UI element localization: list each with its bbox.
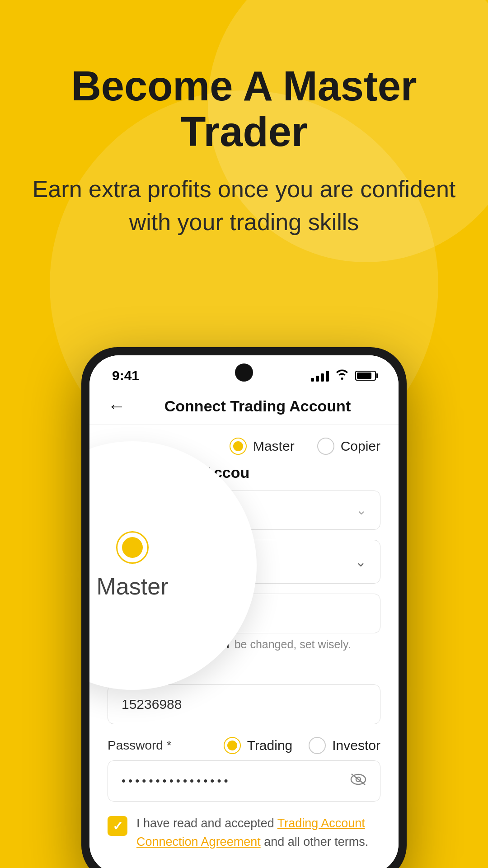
password-type-radio-group: Trading Investor xyxy=(224,737,380,754)
signal-bar-2 xyxy=(316,376,319,382)
status-icons xyxy=(311,368,376,383)
terms-link[interactable]: Trading Account Connection Agreement xyxy=(136,816,365,849)
wifi-icon xyxy=(335,368,349,383)
copier-radio-circle[interactable] xyxy=(317,438,334,455)
investor-password-radio[interactable]: Investor xyxy=(309,737,380,754)
master-radio-option[interactable]: Master xyxy=(230,438,295,455)
broker-dropdown-chevron: ⌄ xyxy=(356,503,366,518)
id-value: 15236988 xyxy=(122,697,182,712)
trading-password-radio[interactable]: Trading xyxy=(224,737,293,754)
zoom-label: Master xyxy=(97,573,169,600)
server-dropdown-chevron: ⌄ xyxy=(355,554,366,570)
checkmark-icon: ✓ xyxy=(113,819,123,834)
zoom-radio-circle xyxy=(116,531,149,564)
investor-radio-circle[interactable] xyxy=(309,737,326,754)
password-label: Password * xyxy=(108,738,172,753)
signal-bar-4 xyxy=(326,371,329,382)
hero-subtitle: Earn extra profits once you are confiden… xyxy=(27,173,461,239)
terms-checkbox-row[interactable]: ✓ I have read and accepted Trading Accou… xyxy=(108,814,380,860)
copier-radio-option[interactable]: Copier xyxy=(317,438,380,455)
terms-checkbox[interactable]: ✓ xyxy=(108,816,127,836)
trading-radio-label: Trading xyxy=(247,738,293,753)
copier-radio-label: Copier xyxy=(341,439,380,454)
toggle-password-icon[interactable] xyxy=(350,773,366,789)
password-dots: •••••••••••••••• xyxy=(122,774,231,788)
status-bar: 9:41 xyxy=(89,355,399,388)
camera-notch xyxy=(235,363,253,382)
signal-bar-3 xyxy=(321,373,324,382)
trading-radio-circle[interactable] xyxy=(224,737,241,754)
app-navbar: ← Connect Trading Account xyxy=(89,388,399,425)
signal-bar-1 xyxy=(311,378,314,382)
master-radio-label: Master xyxy=(253,439,295,454)
hero-title: Become A Master Trader xyxy=(27,63,461,155)
id-input[interactable]: 15236988 xyxy=(108,684,380,724)
back-button[interactable]: ← xyxy=(108,396,126,416)
signal-bars-icon xyxy=(311,370,329,382)
battery-fill xyxy=(357,373,371,379)
terms-text: I have read and accepted Trading Account… xyxy=(136,814,380,851)
password-required-indicator: * xyxy=(167,738,172,752)
master-radio-circle[interactable] xyxy=(230,438,247,455)
hero-section: Become A Master Trader Earn extra profit… xyxy=(0,0,488,239)
battery-icon xyxy=(355,371,376,381)
status-time: 9:41 xyxy=(112,368,139,383)
investor-radio-label: Investor xyxy=(332,738,380,753)
password-input-wrapper[interactable]: •••••••••••••••• xyxy=(108,760,380,802)
password-row: Password * Trading Investor xyxy=(108,737,380,754)
navbar-title: Connect Trading Account xyxy=(135,397,380,415)
phone-screen: 9:41 xyxy=(89,355,399,868)
phone-outer: 9:41 xyxy=(81,347,407,868)
phone-mockup: 9:41 xyxy=(81,347,407,868)
